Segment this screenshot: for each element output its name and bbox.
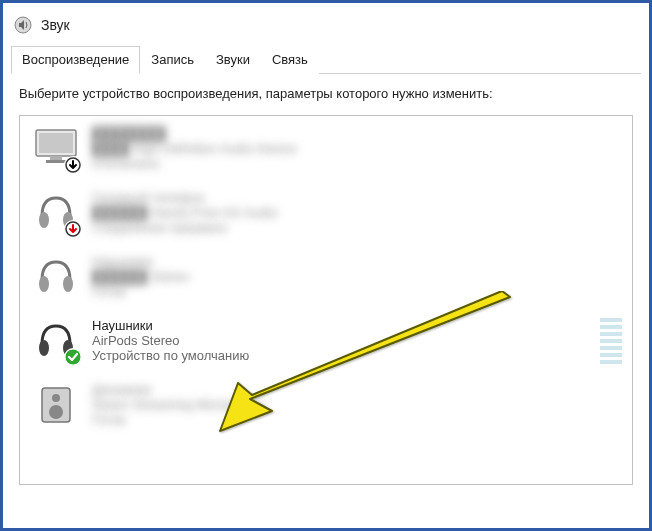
headphones-icon xyxy=(32,316,80,364)
tab-recording[interactable]: Запись xyxy=(140,46,205,74)
tabs: Воспроизведение Запись Звуки Связь xyxy=(11,45,641,74)
tab-communications[interactable]: Связь xyxy=(261,46,319,74)
device-item-default[interactable]: Наушники AirPods Stereo Устройство по ум… xyxy=(20,308,632,372)
device-status: Готов xyxy=(92,284,189,299)
svg-rect-3 xyxy=(50,156,62,160)
arrow-down-black-icon xyxy=(64,156,82,174)
device-status: Отключено xyxy=(92,156,297,171)
device-name: ████████ xyxy=(92,126,297,141)
titlebar: Звук xyxy=(11,11,641,45)
level-indicator xyxy=(600,318,622,364)
svg-point-15 xyxy=(52,394,60,402)
svg-rect-2 xyxy=(39,133,73,153)
device-item[interactable]: ████████ ████ High Definition Audio Devi… xyxy=(20,116,632,180)
device-item[interactable]: Наушники ██████ Stereo Готов xyxy=(20,244,632,308)
device-name: Наушники xyxy=(92,254,189,269)
svg-rect-4 xyxy=(46,160,66,163)
device-name: Динамики xyxy=(92,382,264,397)
svg-point-11 xyxy=(39,340,49,356)
svg-point-10 xyxy=(63,276,73,292)
device-sub: ██████ Hands-Free AG Audio xyxy=(92,205,277,220)
device-sub: AirPods Stereo xyxy=(92,333,249,348)
device-sub: ████ High Definition Audio Device xyxy=(92,141,297,156)
device-status: Соединение прервано xyxy=(92,220,277,235)
svg-point-13 xyxy=(65,349,81,365)
device-item[interactable]: Динамики Steam Streaming Microphone Гото… xyxy=(20,372,632,436)
sound-icon xyxy=(13,15,33,35)
device-item[interactable]: Головной телефон ██████ Hands-Free AG Au… xyxy=(20,180,632,244)
device-sub: ██████ Stereo xyxy=(92,269,189,284)
monitor-icon xyxy=(32,124,80,172)
tab-content: Выберите устройство воспроизведения, пар… xyxy=(11,74,641,493)
svg-point-9 xyxy=(39,276,49,292)
device-name: Головной телефон xyxy=(92,190,277,205)
tab-playback[interactable]: Воспроизведение xyxy=(11,46,140,74)
device-status: Готов xyxy=(92,412,264,427)
headphones-icon xyxy=(32,252,80,300)
speaker-box-icon xyxy=(32,380,80,428)
arrow-down-red-icon xyxy=(64,220,82,238)
svg-point-16 xyxy=(49,405,63,419)
device-sub: Steam Streaming Microphone xyxy=(92,397,264,412)
device-list[interactable]: ████████ ████ High Definition Audio Devi… xyxy=(19,115,633,485)
window-title: Звук xyxy=(41,17,70,33)
instruction-text: Выберите устройство воспроизведения, пар… xyxy=(19,86,633,101)
headphones-icon xyxy=(32,188,80,236)
tab-sounds[interactable]: Звуки xyxy=(205,46,261,74)
device-name: Наушники xyxy=(92,318,249,333)
device-status: Устройство по умолчанию xyxy=(92,348,249,363)
svg-point-6 xyxy=(39,212,49,228)
check-green-icon xyxy=(64,348,82,366)
